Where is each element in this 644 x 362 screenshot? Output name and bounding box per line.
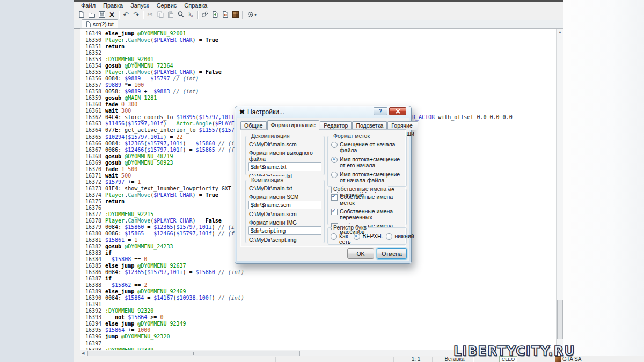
- code-token: Player: [105, 218, 125, 224]
- output-format-input[interactable]: [248, 162, 321, 171]
- new-file-button[interactable]: [76, 10, 86, 19]
- dialog-tab-Общие[interactable]: Общие: [240, 121, 267, 130]
- custom-names-group-label: Собственные имена: [332, 186, 388, 192]
- code-text: not $15864 >= 0: [105, 314, 163, 320]
- menu-item-Сервис[interactable]: Сервис: [153, 2, 181, 9]
- check-selected-icon[interactable]: [331, 209, 338, 215]
- radio-option[interactable]: Имя потока+смещение от начала файла: [331, 172, 404, 183]
- menu-item-Файл[interactable]: Файл: [77, 2, 99, 9]
- code-text-overflow: R_ACTOR with_offset 0.0 0.0 0.0: [412, 114, 513, 121]
- code-token: @DYOMMENU_92001: [137, 31, 186, 36]
- compile-copy-button[interactable]: [210, 10, 220, 19]
- menu-item-Запуск[interactable]: Запуск: [127, 2, 152, 9]
- radio-icon[interactable]: [331, 172, 338, 178]
- cancel-button[interactable]: Отмена: [377, 248, 407, 259]
- code-text: 04C4: store_coords_to $10395($15797,101f…: [105, 114, 238, 120]
- status-divider: [432, 357, 433, 362]
- code-token: ) =: [193, 69, 206, 75]
- scroll-up-icon[interactable]: ▲: [557, 29, 564, 35]
- code-text: gosub @DYOMMENU_48219: [105, 153, 173, 159]
- radio-option[interactable]: Смещение от начала файла: [331, 142, 404, 153]
- code-token: 0058:: [105, 88, 125, 94]
- redo-button[interactable]: ↷: [131, 10, 141, 19]
- code-token: $12466: [125, 147, 144, 153]
- menu-item-Справка[interactable]: Справка: [180, 2, 211, 9]
- copy-button[interactable]: [155, 10, 165, 19]
- radio-icon[interactable]: [331, 233, 337, 240]
- code-token: gosub: [105, 95, 125, 101]
- code-text: Player.CanMove($PLAYER_CHAR) = True: [105, 192, 218, 198]
- replace-button[interactable]: ka: [186, 10, 196, 19]
- compile-gears-icon: [201, 11, 209, 18]
- scm-format-input[interactable]: [248, 201, 321, 209]
- radio-option[interactable]: Имя потока+смещение от его начала: [331, 157, 404, 168]
- dialog-tab-Форматирование[interactable]: Форматирование: [267, 120, 320, 130]
- check-selected-icon[interactable]: [331, 194, 338, 201]
- ok-button[interactable]: OK: [347, 248, 374, 259]
- dialog-help-button[interactable]: ?: [374, 107, 387, 115]
- line-number: 16393: [80, 314, 105, 321]
- code-token: ) =: [193, 37, 206, 43]
- open-file-button[interactable]: [86, 10, 97, 19]
- radio-selected-icon[interactable]: [354, 233, 360, 240]
- cut-button[interactable]: ✂: [145, 10, 155, 19]
- vertical-scrollbar[interactable]: ▲ ▼: [556, 29, 564, 350]
- page-background: [564, 0, 644, 356]
- code-token: $15865: [125, 231, 144, 237]
- code-token: $PLAYER_CHAR: [153, 37, 192, 43]
- code-token: $11456: [105, 121, 125, 127]
- img-format-label: Формат имени IMG: [249, 220, 324, 226]
- check-option[interactable]: Собственные имена переменных: [331, 209, 404, 220]
- line-number: 16360: [80, 101, 105, 108]
- tab-scr2-txt[interactable]: scr(2).txt: [82, 19, 118, 29]
- compile-group: Компиляция C:\MyDir\main.txt Формат имен…: [245, 180, 325, 243]
- radio-selected-icon[interactable]: [331, 157, 338, 163]
- radio-icon[interactable]: [386, 233, 392, 240]
- dialog-tab-Подсветка[interactable]: Подсветка: [352, 121, 387, 130]
- code-token: 0084:: [105, 76, 125, 82]
- code-text: $15864 += 1000: [105, 327, 150, 333]
- dialog-tab-Горячие клавиши[interactable]: Горячие клавиши: [387, 121, 418, 130]
- compile-button[interactable]: [200, 10, 210, 19]
- menu-bar: ФайлПравкаЗапускСервисСправка: [74, 2, 563, 9]
- label-format-group-label: Формат меток: [332, 132, 371, 139]
- code-token: $9883: [153, 88, 170, 94]
- paste-button[interactable]: [165, 10, 175, 19]
- tab-label: scr(2).txt: [93, 21, 114, 27]
- settings-button[interactable]: ▾: [244, 10, 259, 19]
- dialog-tab-Редактор[interactable]: Редактор: [320, 121, 352, 130]
- code-text: else_jump @DYOMMENU_92637: [105, 263, 186, 269]
- decompile-button[interactable]: [220, 10, 230, 19]
- radio-option[interactable]: ВЕРХН.: [354, 233, 383, 245]
- toolbar-separator: [119, 11, 119, 19]
- search-button[interactable]: [175, 10, 186, 19]
- custom-names-group: Собственные имена Собственные имена мето…: [327, 189, 407, 225]
- save-file-button[interactable]: [97, 10, 107, 19]
- check-option[interactable]: Собственные имена меток: [331, 194, 404, 206]
- dialog-close-button[interactable]: [389, 107, 406, 115]
- line-number: 16371: [80, 173, 105, 179]
- menu-item-Правка[interactable]: Правка: [99, 2, 127, 9]
- status-divider: [275, 357, 276, 362]
- img-format-input[interactable]: [248, 226, 321, 235]
- undo-button[interactable]: ↶: [121, 10, 131, 19]
- code-token: 1: [134, 237, 137, 243]
- radio-option[interactable]: нижний: [386, 233, 414, 245]
- radio-icon[interactable]: [331, 142, 338, 148]
- code-token: $15864: [128, 314, 147, 320]
- watermark: LIBERTYCITY.RU: [453, 344, 575, 359]
- code-token: 1000: [137, 327, 150, 333]
- code-text: 01E4: show_text_1number_lowpriority GXT …: [105, 186, 238, 191]
- code-line: 16395$15864 += 1000: [80, 327, 557, 334]
- option-label: ВЕРХН.: [362, 233, 383, 239]
- code-token: $9889: [125, 88, 141, 94]
- code-token: +=: [125, 327, 137, 333]
- code-token: @DYOMMENU_72364: [125, 63, 173, 69]
- replace-icon: ka: [189, 11, 193, 18]
- launch-game-button[interactable]: [230, 10, 240, 19]
- code-token: ): [212, 295, 218, 301]
- code-token: 077E: get_active_interior_to: [105, 127, 199, 133]
- close-file-button[interactable]: ✕: [107, 10, 117, 19]
- radio-option[interactable]: Как есть: [331, 233, 350, 245]
- vertical-scroll-thumb[interactable]: [557, 300, 563, 339]
